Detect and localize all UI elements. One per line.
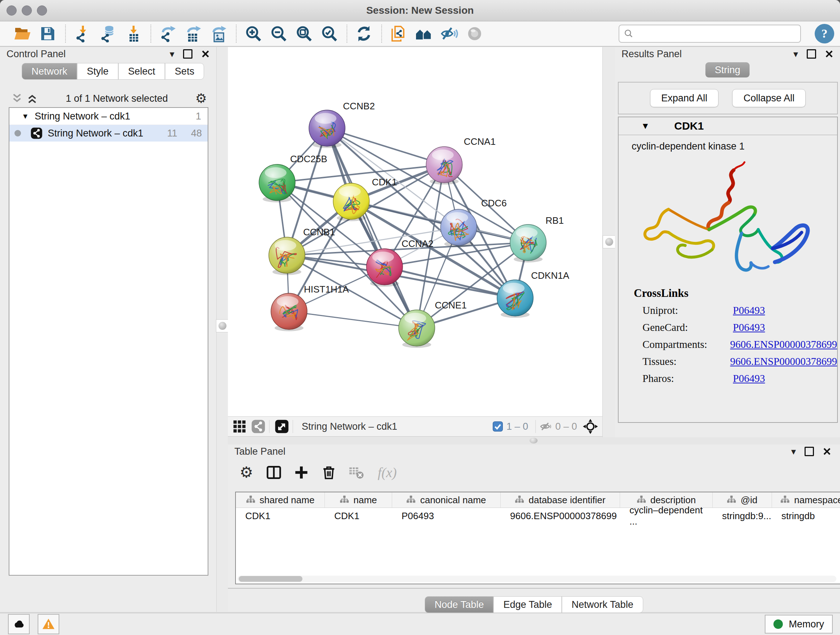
horizontal-splitter-grip[interactable] bbox=[530, 438, 538, 443]
delete-table-icon[interactable] bbox=[348, 464, 365, 481]
tab-sets[interactable]: Sets bbox=[165, 63, 204, 80]
tab-select[interactable]: Select bbox=[118, 63, 165, 80]
column-header-shared-name[interactable]: shared name bbox=[236, 492, 325, 508]
table-panel-close-icon[interactable] bbox=[823, 447, 831, 456]
network-edge[interactable] bbox=[385, 267, 515, 298]
tab-style[interactable]: Style bbox=[77, 63, 118, 80]
export-table-button[interactable] bbox=[183, 24, 203, 44]
table-panel-menu-caret-icon[interactable]: ▾ bbox=[791, 447, 796, 456]
open-session-button[interactable] bbox=[12, 24, 33, 44]
show-columns-icon[interactable] bbox=[265, 464, 282, 481]
zoom-fit-button[interactable] bbox=[294, 24, 314, 44]
crosslink-link[interactable]: 9606.ENSP00000378699 bbox=[730, 339, 837, 350]
column-header--id[interactable]: @id bbox=[713, 492, 772, 508]
open-in-window-icon[interactable] bbox=[275, 419, 289, 434]
network-node-CCNA1[interactable] bbox=[426, 147, 462, 185]
zoom-out-button[interactable] bbox=[268, 24, 289, 44]
tab-string[interactable]: String bbox=[706, 62, 750, 78]
table-horizontal-scrollbar[interactable] bbox=[237, 576, 836, 582]
add-row-plus-icon[interactable] bbox=[293, 464, 309, 481]
delete-trash-icon[interactable] bbox=[321, 464, 337, 481]
column-header-name[interactable]: name bbox=[325, 492, 392, 508]
collapse-all-button[interactable]: Collapse All bbox=[732, 89, 806, 107]
network-edge[interactable] bbox=[327, 128, 417, 328]
network-node-CCNE1[interactable] bbox=[399, 310, 435, 348]
table-row[interactable]: CDK1CDK1P064939606.ENSP00000378699cyclin… bbox=[236, 508, 840, 524]
crosslink-link[interactable]: P06493 bbox=[733, 321, 765, 333]
column-header-canonical-name[interactable]: canonical name bbox=[392, 492, 501, 508]
cloud-status-button[interactable] bbox=[8, 614, 30, 634]
network-node-HIST1H1A[interactable] bbox=[271, 293, 307, 331]
results-panel-close-icon[interactable] bbox=[825, 50, 834, 58]
table-cell[interactable]: stringdb:9... bbox=[713, 508, 772, 524]
scrollbar-thumb[interactable] bbox=[239, 576, 302, 582]
refresh-button[interactable] bbox=[354, 24, 374, 44]
expand-all-button[interactable]: Expand All bbox=[650, 89, 719, 107]
crosslink-link[interactable]: P06493 bbox=[733, 372, 765, 385]
control-panel-menu-caret-icon[interactable]: ▾ bbox=[170, 49, 174, 59]
network-node-CDC6[interactable] bbox=[441, 209, 477, 247]
network-node-CCNB1[interactable] bbox=[269, 237, 305, 275]
hidden-eye-icon[interactable] bbox=[539, 420, 553, 433]
table-cell[interactable]: P06493 bbox=[392, 508, 501, 524]
results-panel-float-icon[interactable] bbox=[807, 49, 816, 59]
collection-expand-triangle-icon[interactable]: ▼ bbox=[22, 112, 29, 120]
network-view-canvas[interactable]: CCNB2CCNA1CDC25BCDK1CDC6RB1CCNB1CCNA2CDK… bbox=[228, 47, 602, 416]
import-network-button[interactable] bbox=[73, 24, 93, 44]
network-node-RB1[interactable] bbox=[510, 225, 546, 263]
export-image-button[interactable] bbox=[208, 24, 229, 44]
network-row[interactable]: String Network – cdk1 11 48 bbox=[9, 125, 208, 141]
network-edge[interactable] bbox=[327, 128, 444, 165]
save-session-button[interactable] bbox=[38, 24, 58, 44]
results-panel-menu-caret-icon[interactable]: ▾ bbox=[793, 49, 798, 59]
right-splitter-grip[interactable] bbox=[603, 235, 616, 249]
network-graph[interactable]: CCNB2CCNA1CDC25BCDK1CDC6RB1CCNB1CCNA2CDK… bbox=[228, 47, 602, 416]
gene-section-header[interactable]: ▼ CDK1 bbox=[619, 117, 837, 135]
preview-eye-button[interactable] bbox=[464, 24, 485, 44]
selected-checkbox-icon[interactable] bbox=[492, 421, 504, 432]
zoom-selected-button[interactable] bbox=[319, 24, 339, 44]
table-settings-gear-icon[interactable]: ⚙ bbox=[238, 464, 255, 481]
memory-button[interactable]: Memory bbox=[765, 615, 833, 633]
function-builder-icon[interactable]: f(x) bbox=[378, 464, 397, 480]
control-panel-float-icon[interactable] bbox=[183, 49, 193, 59]
column-header-database-identifier[interactable]: database identifier bbox=[501, 492, 620, 508]
table-cell[interactable]: CDK1 bbox=[236, 508, 325, 524]
string-share-icon[interactable] bbox=[251, 419, 265, 434]
crosslink-link[interactable]: 9606.ENSP00000378699 bbox=[730, 356, 837, 367]
table-cell[interactable]: CDK1 bbox=[325, 508, 392, 524]
tab-network-table[interactable]: Network Table bbox=[562, 596, 643, 613]
gene-expand-triangle-icon[interactable]: ▼ bbox=[641, 121, 650, 131]
control-panel-close-icon[interactable] bbox=[201, 50, 210, 58]
network-node-CDKN1A[interactable] bbox=[497, 280, 533, 318]
table-cell[interactable]: 9606.ENSP00000378699 bbox=[501, 508, 620, 524]
zoom-in-button[interactable] bbox=[243, 24, 264, 44]
column-header-namespace[interactable]: namespace bbox=[772, 492, 840, 508]
crosslink-link[interactable]: P06493 bbox=[733, 304, 765, 317]
fit-content-crosshair-icon[interactable] bbox=[582, 418, 599, 435]
right-splitter[interactable] bbox=[602, 47, 616, 437]
export-network-button[interactable] bbox=[158, 24, 178, 44]
show-all-networks-button[interactable] bbox=[414, 24, 434, 44]
search-input[interactable] bbox=[638, 28, 800, 40]
warning-status-button[interactable] bbox=[38, 614, 59, 634]
tab-edge-table[interactable]: Edge Table bbox=[493, 596, 562, 613]
birdseye-grid-icon[interactable] bbox=[232, 419, 247, 434]
import-network-from-database-button[interactable] bbox=[98, 24, 118, 44]
table-panel-float-icon[interactable] bbox=[805, 447, 814, 456]
table-cell[interactable]: stringdb bbox=[772, 508, 840, 524]
network-edge[interactable] bbox=[289, 311, 417, 328]
expand-all-chevron-icon[interactable] bbox=[26, 93, 38, 104]
import-table-button[interactable] bbox=[123, 24, 143, 44]
left-splitter-grip[interactable] bbox=[216, 319, 229, 333]
left-splitter[interactable] bbox=[216, 47, 229, 612]
tab-node-table[interactable]: Node Table bbox=[425, 596, 493, 613]
hide-unhide-button[interactable] bbox=[439, 24, 459, 44]
collapse-all-chevron-icon[interactable] bbox=[11, 93, 23, 104]
help-button[interactable]: ? bbox=[815, 24, 834, 43]
table-cell[interactable]: cyclin–dependent ... bbox=[620, 508, 713, 524]
network-collection-row[interactable]: ▼ String Network – cdk1 1 bbox=[9, 108, 208, 125]
network-options-gear-icon[interactable]: ⚙ bbox=[195, 92, 207, 105]
tab-network[interactable]: Network bbox=[22, 63, 77, 80]
horizontal-splitter[interactable] bbox=[228, 437, 840, 445]
